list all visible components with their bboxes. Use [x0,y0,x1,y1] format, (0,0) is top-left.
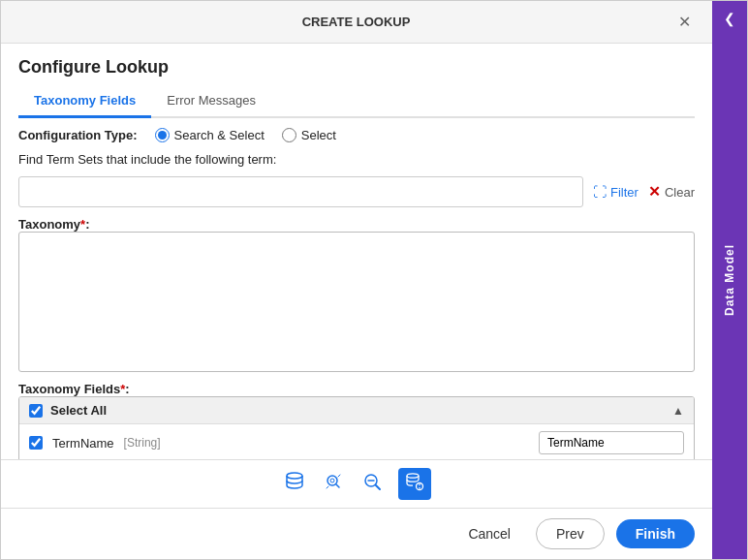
create-lookup-dialog: CREATE LOOKUP ✕ Configure Lookup Taxonom… [0,0,748,560]
radio-search-select[interactable]: Search & Select [155,128,265,142]
svg-point-0 [287,473,302,479]
configuration-type-row: Configuration Type: Search & Select Sele… [18,128,695,142]
taxonomy-label: Taxonomy*: [18,217,695,232]
search-bar-row: ⛶ Filter ✕ Clear [18,176,695,207]
table-row: TermName [String] [19,424,694,459]
settings-search-icon-button[interactable] [321,469,346,499]
tabs-container: Taxonomy Fields Error Messages [18,87,695,118]
database-config-icon [404,471,425,492]
database-icon [284,471,305,492]
zoom-out-icon-button[interactable] [359,469,385,499]
radio-select[interactable]: Select [282,128,336,142]
dialog-body: Configure Lookup Taxonomy Fields Error M… [1,44,712,459]
title-bar: CREATE LOOKUP ✕ [1,1,712,44]
fields-header-left: Select All [29,403,107,418]
finish-button[interactable]: Finish [616,519,695,548]
search-input[interactable] [18,176,583,207]
main-content: CREATE LOOKUP ✕ Configure Lookup Taxonom… [1,1,712,559]
database-config-icon-button[interactable] [398,468,431,500]
database-icon-button[interactable] [282,469,307,499]
select-all-checkbox[interactable] [29,404,43,418]
close-button[interactable]: ✕ [672,11,697,33]
side-panel-arrow-icon: ❮ [724,11,735,26]
taxonomy-fields-label: Taxonomy Fields*: [18,382,695,396]
config-type-label: Configuration Type: [18,128,138,142]
dialog-title: CREATE LOOKUP [40,15,672,29]
filter-button[interactable]: ⛶ Filter [593,184,639,200]
taxonomy-fields-section: Taxonomy Fields*: Select All ▲ Term [18,382,695,459]
settings-search-icon [323,471,344,492]
find-term-text: Find Term Sets that include the followin… [18,152,276,167]
cancel-button[interactable]: Cancel [454,519,524,548]
footer-toolbar [1,459,712,508]
clear-button[interactable]: ✕ Clear [648,183,695,201]
taxonomy-section: Taxonomy*: [18,217,695,372]
svg-line-5 [376,485,380,489]
zoom-out-icon [361,471,383,492]
prev-button[interactable]: Prev [536,518,605,549]
filter-icon: ⛶ [593,184,607,200]
svg-point-2 [330,479,334,482]
scroll-up-arrow: ▲ [672,404,684,418]
svg-point-6 [407,474,419,478]
tab-error-messages[interactable]: Error Messages [151,87,271,118]
side-panel-label: Data Model [723,244,736,316]
clear-x-icon: ✕ [648,183,661,201]
fields-table: Select All ▲ TermName [String] [18,396,695,459]
field-name: TermName [52,436,114,451]
select-all-label: Select All [50,403,107,418]
data-model-panel[interactable]: ❮ Data Model [712,1,747,559]
termname-checkbox[interactable] [29,436,43,450]
field-value-input[interactable] [539,431,684,454]
field-type: [String] [124,436,161,450]
find-term-row: Find Term Sets that include the followin… [18,152,695,167]
configure-heading: Configure Lookup [18,57,695,78]
fields-header: Select All ▲ [19,397,694,424]
taxonomy-box [18,232,695,372]
footer-actions: Cancel Prev Finish [1,508,712,559]
radio-group: Search & Select Select [155,128,336,142]
tab-taxonomy-fields[interactable]: Taxonomy Fields [18,87,151,118]
